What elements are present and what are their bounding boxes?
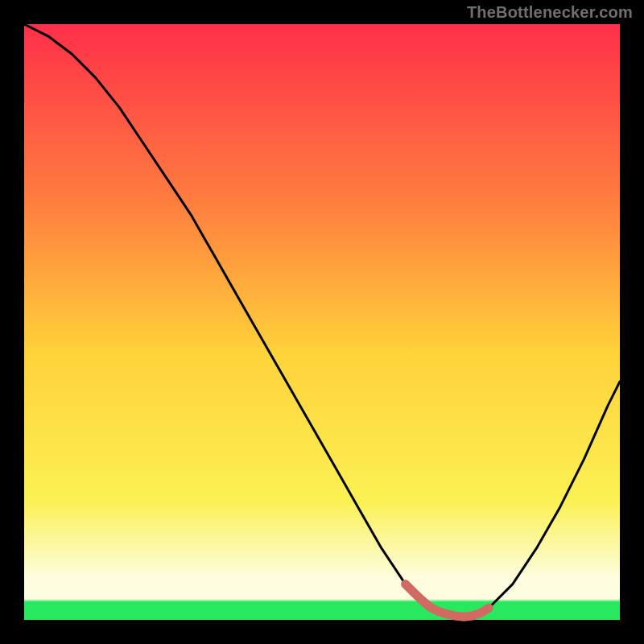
bottleneck-chart [0, 0, 644, 644]
watermark-text: TheBottlenecker.com [467, 3, 633, 22]
plot-area [24, 24, 620, 620]
chart-stage: TheBottlenecker.com [0, 0, 644, 644]
